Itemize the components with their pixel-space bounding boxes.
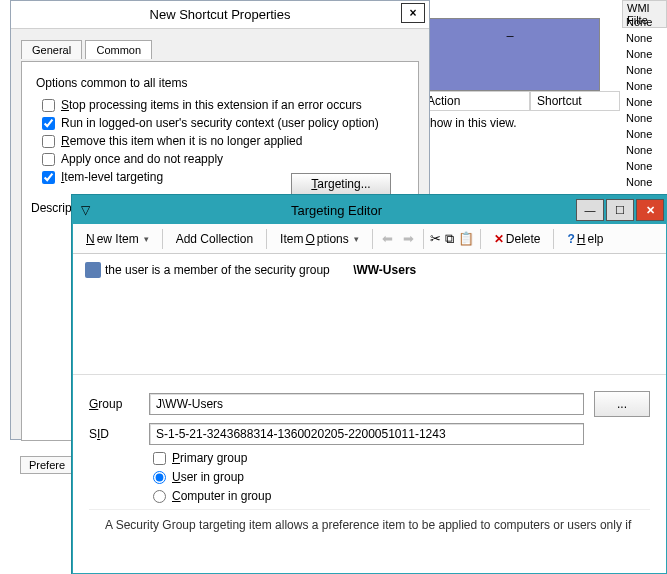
move-right-icon: ➡ xyxy=(400,231,417,246)
te-form: Group ... SID Primary group User in grou… xyxy=(73,374,666,542)
tree-item-text: the user is a member of the security gro… xyxy=(105,263,416,277)
help-button[interactable]: ? Help xyxy=(560,228,610,250)
user-in-group-radio[interactable] xyxy=(153,471,166,484)
targeting-tree[interactable]: the user is a member of the security gro… xyxy=(73,254,666,374)
apply-once-checkbox[interactable] xyxy=(42,153,55,166)
computer-in-group-radio[interactable] xyxy=(153,490,166,503)
delete-button[interactable]: ✕ Delete xyxy=(487,228,548,250)
tab-common[interactable]: Common xyxy=(85,40,152,59)
list-item: None xyxy=(622,96,667,112)
list-item: None xyxy=(622,112,667,128)
run-context-checkbox[interactable] xyxy=(42,117,55,130)
apply-once-label: Apply once and do not reapply xyxy=(61,152,223,166)
background-preview-panel: _ xyxy=(420,18,600,91)
sid-label: SID xyxy=(89,427,139,441)
add-collection-button[interactable]: Add Collection xyxy=(169,228,260,250)
remove-item-label: Remove this item when it is no longer ap… xyxy=(61,134,302,148)
shortcut-column-header[interactable]: Shortcut xyxy=(530,91,620,111)
dialog-titlebar[interactable]: New Shortcut Properties × xyxy=(11,1,429,29)
close-button[interactable]: × xyxy=(401,3,425,23)
list-item: None xyxy=(622,128,667,144)
toolbar-separator xyxy=(423,229,424,249)
toolbar-separator xyxy=(480,229,481,249)
list-item: None xyxy=(622,144,667,160)
list-item: None xyxy=(622,48,667,64)
browse-button[interactable]: ... xyxy=(594,391,650,417)
item-targeting-checkbox[interactable] xyxy=(42,171,55,184)
tab-general[interactable]: General xyxy=(21,40,82,59)
paste-icon[interactable]: 📋 xyxy=(458,231,474,246)
tree-item-security-group[interactable]: the user is a member of the security gro… xyxy=(83,260,656,280)
te-title: Targeting Editor xyxy=(97,203,576,218)
list-item: None xyxy=(622,176,667,192)
grid-empty-text: show in this view. xyxy=(424,116,517,130)
targeting-button[interactable]: Targeting... xyxy=(291,173,391,195)
te-description-text: A Security Group targeting item allows a… xyxy=(89,509,650,532)
copy-icon[interactable]: ⧉ xyxy=(445,231,454,247)
new-item-button[interactable]: New Item xyxy=(79,228,156,250)
list-item: None xyxy=(622,80,667,96)
sid-input[interactable] xyxy=(149,423,584,445)
item-targeting-label: Item-level targeting xyxy=(61,170,163,184)
preferences-tab-fragment[interactable]: Prefere xyxy=(20,456,74,474)
group-input[interactable] xyxy=(149,393,584,415)
move-left-icon: ⬅ xyxy=(379,231,396,246)
filter-icon: ▽ xyxy=(73,203,97,217)
te-titlebar[interactable]: ▽ Targeting Editor — ☐ ✕ xyxy=(73,196,666,224)
primary-group-label: Primary group xyxy=(172,451,247,465)
computer-in-group-label: Computer in group xyxy=(172,489,271,503)
primary-group-checkbox[interactable] xyxy=(153,452,166,465)
list-item: None xyxy=(622,160,667,176)
description-label: Descripti xyxy=(31,201,78,215)
cut-icon[interactable]: ✂ xyxy=(430,231,441,246)
list-item: None xyxy=(622,64,667,80)
user-in-group-label: User in group xyxy=(172,470,244,484)
item-options-button[interactable]: Item Options xyxy=(273,228,366,250)
te-toolbar: New Item Add Collection Item Options ⬅ ➡… xyxy=(73,224,666,254)
group-label: Group xyxy=(89,397,139,411)
list-item: None xyxy=(622,32,667,48)
run-context-label: Run in logged-on user's security context… xyxy=(61,116,379,130)
toolbar-separator xyxy=(372,229,373,249)
toolbar-separator xyxy=(162,229,163,249)
tab-strip: General Common xyxy=(21,39,419,61)
toolbar-separator xyxy=(553,229,554,249)
options-label: Options common to all items xyxy=(36,76,404,90)
action-column-header[interactable]: Action xyxy=(420,91,530,111)
stop-processing-checkbox[interactable] xyxy=(42,99,55,112)
minimize-button[interactable]: — xyxy=(576,199,604,221)
wmi-filter-list: None None None None None None None None … xyxy=(622,16,667,208)
targeting-editor-window: ▽ Targeting Editor — ☐ ✕ New Item Add Co… xyxy=(72,195,667,574)
close-button[interactable]: ✕ xyxy=(636,199,664,221)
stop-processing-label: Stop processing items in this extension … xyxy=(61,98,362,112)
remove-item-checkbox[interactable] xyxy=(42,135,55,148)
toolbar-separator xyxy=(266,229,267,249)
group-icon xyxy=(85,262,101,278)
list-item: None xyxy=(622,16,667,32)
maximize-button[interactable]: ☐ xyxy=(606,199,634,221)
dialog-title: New Shortcut Properties xyxy=(11,1,429,29)
